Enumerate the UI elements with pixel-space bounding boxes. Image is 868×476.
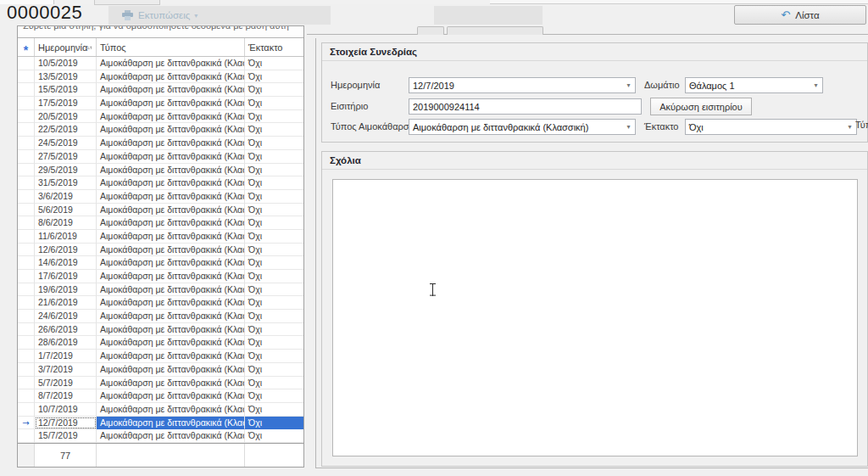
date-cell[interactable]: 8/7/2019 bbox=[35, 389, 97, 403]
extra-cell[interactable]: Όχι bbox=[245, 296, 303, 310]
date-cell[interactable]: 15/7/2019 bbox=[35, 429, 97, 443]
extra-cell[interactable]: Όχι bbox=[245, 230, 303, 244]
table-row[interactable]: 13/5/2019Αιμοκάθαρση με διττανθρακικά (Κ… bbox=[18, 70, 303, 84]
date-cell[interactable]: 14/6/2019 bbox=[35, 256, 97, 270]
type-cell[interactable]: Αιμοκάθαρση με διττανθρακικά (Κλασσική) bbox=[97, 83, 245, 97]
table-row[interactable]: 12/6/2019Αιμοκάθαρση με διττανθρακικά (Κ… bbox=[18, 244, 303, 257]
table-row[interactable]: 31/5/2019Αιμοκάθαρση με διττανθρακικά (Κ… bbox=[18, 176, 303, 190]
print-menu-button[interactable]: Εκτυπώσεις ▾ bbox=[108, 6, 331, 25]
table-row[interactable]: 10/7/2019Αιμοκάθαρση με διττανθρακικά (Κ… bbox=[18, 403, 303, 417]
extra-cell[interactable]: Όχι bbox=[245, 150, 303, 164]
type-cell[interactable]: Αιμοκάθαρση με διττανθρακικά (Κλασσική) bbox=[97, 270, 245, 283]
extra-cell[interactable]: Όχι bbox=[245, 323, 303, 337]
extra-cell[interactable]: Όχι bbox=[245, 176, 303, 190]
date-cell[interactable]: 3/7/2019 bbox=[35, 363, 97, 377]
type-cell[interactable]: Αιμοκάθαρση με διττανθρακικά (Κλασσική) bbox=[97, 70, 245, 84]
extra-cell[interactable]: Όχι bbox=[245, 363, 303, 377]
type-cell[interactable]: Αιμοκάθαρση με διττανθρακικά (Κλασσική) bbox=[97, 244, 245, 257]
date-cell[interactable]: 31/5/2019 bbox=[35, 176, 97, 190]
table-row[interactable]: 11/6/2019Αιμοκάθαρση με διττανθρακικά (Κ… bbox=[18, 230, 303, 244]
date-cell[interactable]: 8/6/2019 bbox=[35, 216, 97, 230]
table-row[interactable]: 29/5/2019Αιμοκάθαρση με διττανθρακικά (Κ… bbox=[18, 164, 303, 177]
table-row[interactable]: 26/6/2019Αιμοκάθαρση με διττανθρακικά (Κ… bbox=[18, 323, 303, 337]
type-cell[interactable]: Αιμοκάθαρση με διττανθρακικά (Κλασσική) bbox=[97, 137, 245, 150]
extra-cell[interactable]: Όχι bbox=[245, 97, 303, 110]
type-cell[interactable]: Αιμοκάθαρση με διττανθρακικά (Κλασσική) bbox=[97, 323, 245, 337]
date-cell[interactable]: 22/5/2019 bbox=[35, 123, 97, 137]
comments-textarea[interactable] bbox=[332, 179, 858, 456]
table-row[interactable]: 28/6/2019Αιμοκάθαρση με διττανθρακικά (Κ… bbox=[18, 336, 303, 350]
table-row[interactable]: 3/7/2019Αιμοκάθαρση με διττανθρακικά (Κλ… bbox=[18, 363, 303, 377]
type-cell[interactable]: Αιμοκάθαρση με διττανθρακικά (Κλασσική) bbox=[97, 216, 245, 230]
cancel-ticket-button[interactable]: Ακύρωση εισιτηρίου bbox=[650, 98, 752, 115]
type-cell[interactable]: Αιμοκάθαρση με διττανθρακικά (Κλασσική) bbox=[97, 110, 245, 124]
extra-cell[interactable]: Όχι bbox=[245, 403, 303, 417]
extra-cell[interactable]: Όχι bbox=[245, 57, 303, 70]
type-cell[interactable]: Αιμοκάθαρση με διττανθρακικά (Κλασσική) bbox=[97, 150, 245, 164]
type-cell[interactable]: Αιμοκάθαρση με διττανθρακικά (Κλασσική) bbox=[97, 164, 245, 177]
date-cell[interactable]: 27/5/2019 bbox=[35, 150, 97, 164]
table-row[interactable]: 22/5/2019Αιμοκάθαρση με διττανθρακικά (Κ… bbox=[18, 123, 303, 137]
extra-cell[interactable]: Όχι bbox=[245, 336, 303, 350]
type-cell[interactable]: Αιμοκάθαρση με διττανθρακικά (Κλασσική) bbox=[97, 190, 245, 204]
extra-cell[interactable]: Όχι bbox=[245, 70, 303, 84]
date-cell[interactable]: 5/7/2019 bbox=[35, 377, 97, 390]
type-cell[interactable]: Αιμοκάθαρση με διττανθρακικά (Κλασσική) bbox=[97, 377, 245, 390]
date-cell[interactable]: 1/7/2019 bbox=[35, 350, 97, 363]
table-row[interactable]: 5/6/2019Αιμοκάθαρση με διττανθρακικά (Κλ… bbox=[18, 204, 303, 217]
type-cell[interactable]: Αιμοκάθαρση με διττανθρακικά (Κλασσική) bbox=[97, 389, 245, 403]
date-cell[interactable]: 29/5/2019 bbox=[35, 164, 97, 177]
extra-cell[interactable]: Όχι bbox=[245, 216, 303, 230]
type-cell[interactable]: Αιμοκάθαρση με διττανθρακικά (Κλασσική) bbox=[97, 204, 245, 217]
extra-cell[interactable]: Όχι bbox=[245, 283, 303, 297]
date-cell[interactable]: 13/5/2019 bbox=[35, 70, 97, 84]
extra-cell[interactable]: Όχι bbox=[245, 164, 303, 177]
table-row[interactable]: 8/7/2019Αιμοκάθαρση με διττανθρακικά (Κλ… bbox=[18, 389, 303, 403]
type-cell[interactable]: Αιμοκάθαρση με διττανθρακικά (Κλασσική) bbox=[97, 57, 245, 70]
table-row[interactable]: 20/5/2019Αιμοκάθαρση με διττανθρακικά (Κ… bbox=[18, 110, 303, 124]
date-cell[interactable]: 26/6/2019 bbox=[35, 323, 97, 337]
table-row[interactable]: 19/6/2019Αιμοκάθαρση με διττανθρακικά (Κ… bbox=[18, 283, 303, 297]
chevron-down-icon[interactable]: ▾ bbox=[810, 81, 822, 89]
type-cell[interactable]: Αιμοκάθαρση με διττανθρακικά (Κλασσική) bbox=[97, 336, 245, 350]
table-row[interactable]: 24/6/2019Αιμοκάθαρση με διττανθρακικά (Κ… bbox=[18, 310, 303, 323]
table-row[interactable]: →12/7/2019Αιμοκάθαρση με διττανθρακικά (… bbox=[18, 417, 303, 430]
date-cell[interactable]: 10/5/2019 bbox=[35, 57, 97, 70]
extra-cell[interactable]: Όχι bbox=[245, 429, 303, 443]
column-header-type[interactable]: Τύπος bbox=[97, 38, 245, 56]
extra-combo[interactable]: Όχι ▾ bbox=[685, 119, 857, 135]
extra-cell[interactable]: Όχι bbox=[245, 83, 303, 97]
date-cell[interactable]: 19/6/2019 bbox=[35, 283, 97, 297]
extra-cell[interactable]: Όχι bbox=[245, 123, 303, 137]
date-cell[interactable]: 10/7/2019 bbox=[35, 403, 97, 417]
table-row[interactable]: 10/5/2019Αιμοκάθαρση με διττανθρακικά (Κ… bbox=[18, 57, 303, 70]
type-cell[interactable]: Αιμοκάθαρση με διττανθρακικά (Κλασσική) bbox=[97, 350, 245, 363]
grid-group-panel[interactable]: Σύρετε μια στήλη, για να ομαδοποιήσετε δ… bbox=[18, 26, 303, 38]
room-combo[interactable]: Θάλαμος 1 ▾ bbox=[685, 77, 823, 93]
table-row[interactable]: 5/7/2019Αιμοκάθαρση με διττανθρακικά (Κλ… bbox=[18, 377, 303, 390]
back-to-list-button[interactable]: ↶ Λίστα bbox=[734, 5, 866, 25]
table-row[interactable]: 17/5/2019Αιμοκάθαρση με διττανθρακικά (Κ… bbox=[18, 97, 303, 110]
table-row[interactable]: 24/5/2019Αιμοκάθαρση με διττανθρακικά (Κ… bbox=[18, 137, 303, 150]
extra-cell[interactable]: Όχι bbox=[245, 256, 303, 270]
date-cell[interactable]: 28/6/2019 bbox=[35, 336, 97, 350]
chevron-down-icon[interactable]: ▾ bbox=[622, 123, 635, 131]
date-cell[interactable]: 17/6/2019 bbox=[35, 270, 97, 283]
date-cell[interactable]: 24/6/2019 bbox=[35, 310, 97, 323]
extra-cell[interactable]: Όχι bbox=[245, 204, 303, 217]
chevron-down-icon[interactable]: ▾ bbox=[843, 123, 856, 131]
table-row[interactable]: 14/6/2019Αιμοκάθαρση με διττανθρακικά (Κ… bbox=[18, 256, 303, 270]
extra-cell[interactable]: Όχι bbox=[245, 417, 303, 430]
date-cell[interactable]: 21/6/2019 bbox=[35, 296, 97, 310]
chevron-down-icon[interactable]: ▾ bbox=[622, 81, 635, 89]
extra-cell[interactable]: Όχι bbox=[245, 190, 303, 204]
type-cell[interactable]: Αιμοκάθαρση με διττανθρακικά (Κλασσική) bbox=[97, 417, 245, 430]
extra-cell[interactable]: Όχι bbox=[245, 377, 303, 390]
ticket-input[interactable] bbox=[409, 98, 642, 115]
type-cell[interactable]: Αιμοκάθαρση με διττανθρακικά (Κλασσική) bbox=[97, 123, 245, 137]
date-cell[interactable]: 5/6/2019 bbox=[35, 204, 97, 217]
type-cell[interactable]: Αιμοκάθαρση με διττανθρακικά (Κλασσική) bbox=[97, 230, 245, 244]
extra-cell[interactable]: Όχι bbox=[245, 244, 303, 257]
extra-cell[interactable]: Όχι bbox=[245, 389, 303, 403]
session-date-combo[interactable]: 12/7/2019 ▾ bbox=[409, 77, 636, 93]
